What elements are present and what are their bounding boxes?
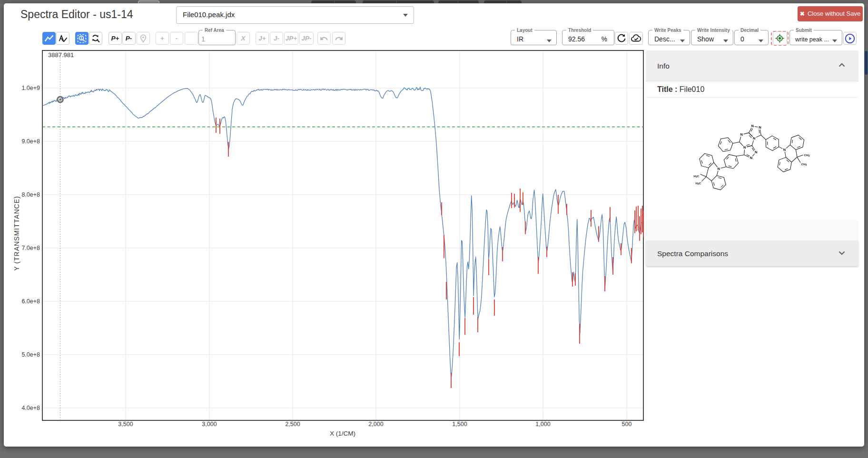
svg-text:1,500: 1,500 (452, 421, 467, 428)
svg-text:4.0e+8: 4.0e+8 (21, 405, 40, 411)
svg-text:X (1/CM): X (1/CM) (330, 430, 355, 437)
svg-text:6.0e+8: 6.0e+8 (21, 298, 40, 305)
svg-text:N: N (751, 124, 753, 128)
svg-text:N: N (759, 125, 761, 129)
svg-text:N: N (717, 167, 720, 171)
svg-text:3,500: 3,500 (118, 421, 133, 428)
svg-text:N: N (740, 132, 742, 137)
svg-text:8.0e+8: 8.0e+8 (21, 191, 40, 198)
svg-text:N: N (755, 150, 757, 154)
svg-text:2,000: 2,000 (368, 421, 383, 428)
svg-text:Y (TRANSMITTANCE): Y (TRANSMITTANCE) (13, 196, 20, 270)
svg-text:N: N (750, 156, 752, 160)
svg-text:5.0e+8: 5.0e+8 (21, 351, 40, 358)
svg-text:N: N (783, 148, 786, 152)
svg-text:500: 500 (622, 421, 632, 428)
svg-text:CH3: CH3 (801, 162, 807, 166)
svg-text:N: N (753, 136, 755, 140)
svg-text:N: N (743, 145, 746, 149)
svg-text:CH3: CH3 (804, 153, 810, 157)
svg-text:H3C: H3C (696, 181, 701, 185)
svg-text:7.0e+8: 7.0e+8 (21, 245, 40, 251)
svg-text:1,000: 1,000 (535, 421, 550, 428)
svg-text:3,000: 3,000 (202, 421, 217, 428)
svg-text:3887.981: 3887.981 (48, 51, 74, 59)
svg-text:1.0e+9: 1.0e+9 (21, 85, 40, 91)
svg-text:H3C: H3C (694, 174, 700, 178)
svg-text:2,500: 2,500 (285, 421, 300, 428)
svg-text:9.0e+8: 9.0e+8 (21, 138, 40, 145)
